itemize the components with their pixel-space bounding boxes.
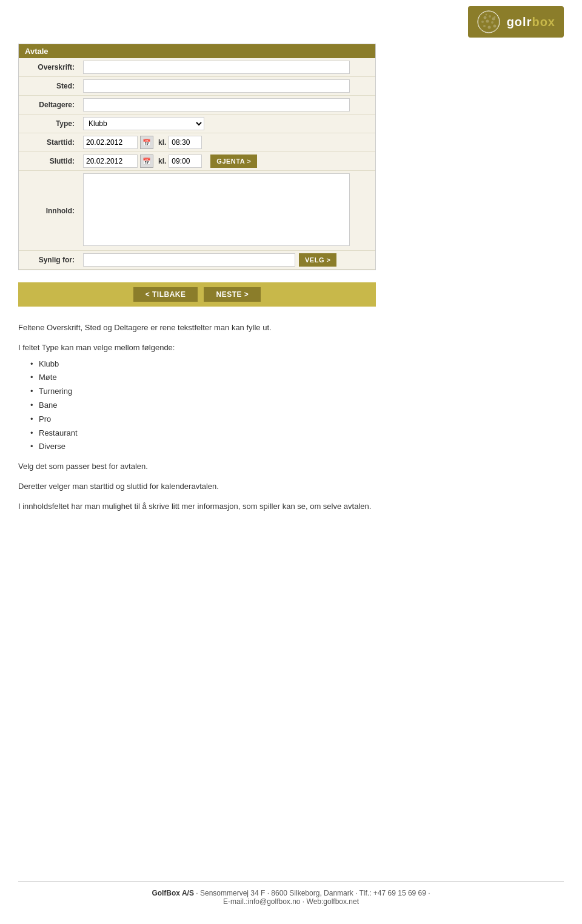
synlig-input[interactable] bbox=[83, 253, 295, 267]
svg-point-3 bbox=[489, 15, 491, 18]
form-container: Avtale Overskrift: Sted: Deltagere: bbox=[18, 44, 376, 270]
sluttid-label: Sluttid: bbox=[19, 152, 79, 171]
form-table: Overskrift: Sted: Deltagere: bbox=[19, 58, 375, 270]
synlig-controls: VELG > bbox=[83, 253, 372, 267]
overskrift-input[interactable] bbox=[83, 61, 350, 74]
starttid-row: Starttid: 📅 kl. bbox=[19, 133, 375, 152]
list-item-diverse: Diverse bbox=[30, 440, 443, 453]
svg-point-2 bbox=[483, 16, 486, 19]
description-section: Feltene Overskrift, Sted og Deltagere er… bbox=[18, 322, 443, 513]
svg-point-12 bbox=[493, 16, 495, 18]
sluttid-input-cell: 📅 kl. GJENTA > bbox=[79, 152, 375, 171]
footer-line2: E-mail.:info@golfbox.no · Web:golfbox.ne… bbox=[18, 897, 564, 906]
innhold-label: Innhold: bbox=[19, 171, 79, 251]
type-select[interactable]: Klubb Møte Turnering Bane Pro Restaurant… bbox=[83, 117, 204, 130]
end-date-input[interactable] bbox=[83, 155, 138, 168]
type-label: Type: bbox=[19, 115, 79, 133]
innhold-row: Innhold: bbox=[19, 171, 375, 251]
svg-point-8 bbox=[493, 25, 496, 28]
deltagere-label: Deltagere: bbox=[19, 96, 79, 115]
logo-wordmark: golrbox bbox=[507, 15, 555, 29]
list-item-bane: Bane bbox=[30, 399, 443, 412]
gjenta-button[interactable]: GJENTA > bbox=[210, 155, 257, 168]
list-item-restaurant: Restaurant bbox=[30, 427, 443, 440]
sted-input-cell bbox=[79, 77, 375, 96]
desc-line1: Feltene Overskrift, Sted og Deltagere er… bbox=[18, 322, 443, 334]
deltagere-input-cell bbox=[79, 96, 375, 115]
sted-label: Sted: bbox=[19, 77, 79, 96]
end-time-input[interactable] bbox=[169, 155, 202, 168]
svg-point-10 bbox=[487, 26, 490, 29]
next-button[interactable]: NESTE > bbox=[204, 287, 261, 302]
desc-line5: I innholdsfeltet har man mulighet til å … bbox=[18, 500, 443, 513]
overskrift-input-cell bbox=[79, 58, 375, 77]
footer-address: · Sensommervej 34 F · 8600 Silkeborg, Da… bbox=[196, 889, 430, 897]
starttid-input-cell: 📅 kl. bbox=[79, 133, 375, 152]
list-item-turnering: Turnering bbox=[30, 385, 443, 398]
sluttid-controls: 📅 kl. GJENTA > bbox=[83, 155, 372, 168]
start-kl-label: kl. bbox=[158, 138, 166, 147]
logo-text-go: golr bbox=[507, 15, 532, 28]
overskrift-label: Overskrift: bbox=[19, 58, 79, 77]
type-bullet-list: Klubb Møte Turnering Bane Pro Restaurant… bbox=[18, 358, 443, 454]
svg-point-7 bbox=[491, 21, 493, 24]
list-item-klubb: Klubb bbox=[30, 358, 443, 371]
start-calendar-icon[interactable]: 📅 bbox=[140, 136, 153, 149]
desc-line2: I feltet Type kan man velge mellom følge… bbox=[18, 342, 443, 354]
end-kl-label: kl. bbox=[158, 157, 166, 165]
type-row: Type: Klubb Møte Turnering Bane Pro Rest… bbox=[19, 115, 375, 133]
sted-input[interactable] bbox=[83, 79, 350, 93]
header: golrbox bbox=[0, 0, 582, 44]
logo-ball-icon bbox=[477, 10, 501, 34]
starttid-controls: 📅 kl. bbox=[83, 136, 372, 149]
svg-point-11 bbox=[485, 14, 487, 16]
innhold-textarea[interactable] bbox=[83, 173, 350, 246]
type-input-cell: Klubb Møte Turnering Bane Pro Restaurant… bbox=[79, 115, 375, 133]
main-content: Avtale Overskrift: Sted: Deltagere: bbox=[0, 44, 582, 539]
list-section: I feltet Type kan man velge mellom følge… bbox=[18, 342, 443, 453]
velg-button[interactable]: VELG > bbox=[299, 253, 336, 267]
logo-text-lf: box bbox=[532, 15, 555, 28]
deltagere-input[interactable] bbox=[83, 98, 350, 111]
start-time-input[interactable] bbox=[169, 136, 202, 149]
back-button[interactable]: < TILBAKE bbox=[133, 287, 198, 302]
desc-line4: Deretter velger man starttid og sluttid … bbox=[18, 480, 443, 493]
sluttid-row: Sluttid: 📅 kl. GJENTA > bbox=[19, 152, 375, 171]
start-date-input[interactable] bbox=[83, 136, 138, 149]
svg-point-5 bbox=[481, 21, 484, 23]
synlig-label: Synlig for: bbox=[19, 251, 79, 270]
list-item-pro: Pro bbox=[30, 413, 443, 426]
sted-row: Sted: bbox=[19, 77, 375, 96]
list-item-mote: Møte bbox=[30, 371, 443, 384]
button-bar: < TILBAKE NESTE > bbox=[18, 282, 376, 307]
end-calendar-icon[interactable]: 📅 bbox=[140, 155, 153, 168]
svg-point-6 bbox=[486, 20, 489, 23]
deltagere-row: Deltagere: bbox=[19, 96, 375, 115]
innhold-input-cell bbox=[79, 171, 375, 251]
form-title: Avtale bbox=[19, 44, 375, 58]
logo: golrbox bbox=[468, 6, 564, 38]
starttid-label: Starttid: bbox=[19, 133, 79, 152]
overskrift-row: Overskrift: bbox=[19, 58, 375, 77]
footer-company: GolfBox A/S bbox=[152, 889, 194, 897]
synlig-input-cell: VELG > bbox=[79, 251, 375, 270]
footer: GolfBox A/S · Sensommervej 34 F · 8600 S… bbox=[18, 881, 564, 906]
svg-point-9 bbox=[483, 25, 486, 27]
desc-line3: Velg det som passer best for avtalen. bbox=[18, 460, 443, 473]
synlig-row: Synlig for: VELG > bbox=[19, 251, 375, 270]
footer-line1: GolfBox A/S · Sensommervej 34 F · 8600 S… bbox=[18, 889, 564, 897]
